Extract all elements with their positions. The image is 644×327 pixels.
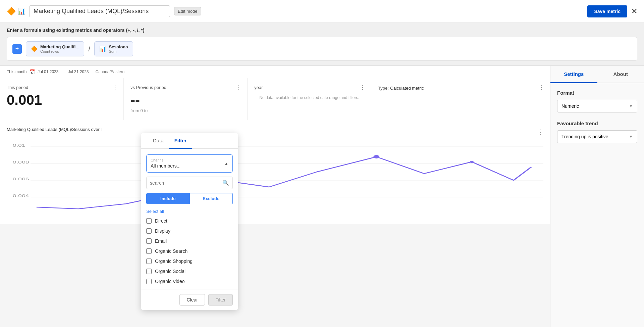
svg-text:0.004: 0.004 [13, 194, 29, 198]
chart-svg: 0.01 0.008 0.006 0.004 [7, 137, 543, 217]
formula-label: Enter a formula using existing metrics a… [7, 28, 637, 33]
type-more[interactable]: ⋮ [538, 84, 544, 91]
this-period-card: This period 0.001 ⋮ [0, 78, 124, 120]
checkbox-organic-video[interactable] [146, 279, 152, 284]
year-more[interactable]: ⋮ [360, 84, 366, 91]
this-period-more[interactable]: ⋮ [112, 84, 118, 91]
clear-button[interactable]: Clear [179, 294, 205, 306]
filter-apply-button[interactable]: Filter [208, 294, 233, 306]
top-bar-right: Save metric ✕ [587, 5, 637, 17]
year-title: year [254, 85, 364, 90]
hubspot-icon: 🔶 [7, 7, 16, 16]
favourable-trend-arrow: ▼ [629, 134, 633, 139]
format-dropdown[interactable]: Numeric ▼ [557, 100, 637, 112]
channel-up-icon: ▲ [224, 161, 228, 166]
formula-operator: / [88, 45, 90, 53]
pill2-icon: 📊 [99, 46, 106, 52]
tab-about[interactable]: About [597, 66, 644, 83]
vs-previous-value: -- [130, 92, 240, 108]
item-label-organic-search: Organic Search [155, 248, 187, 254]
list-item[interactable]: Display [146, 226, 233, 236]
item-label-organic-social: Organic Social [155, 269, 185, 274]
checkbox-organic-shopping[interactable] [146, 259, 152, 264]
vs-previous-card: vs Previous period -- from 0 to ⋮ [124, 78, 248, 120]
format-value: Numeric [561, 103, 579, 109]
popup-tabs: Data Filter [141, 133, 238, 149]
date-range: This month 📅 Jul 01 2023 → Jul 31 2023 [7, 69, 89, 75]
list-item[interactable]: Organic Shopping [146, 256, 233, 266]
format-dropdown-arrow: ▼ [629, 104, 633, 108]
checkbox-direct[interactable] [146, 218, 152, 224]
year-card: year No data available for the selected … [248, 78, 371, 120]
item-label-organic-video: Organic Video [155, 279, 184, 284]
exclude-button[interactable]: Exclude [190, 193, 233, 204]
channel-value: All members... [151, 163, 180, 169]
add-metric-button[interactable]: + [12, 44, 22, 54]
format-section-title: Format [557, 90, 637, 96]
period-label: This month [7, 69, 26, 74]
metric-title-input[interactable] [29, 5, 170, 17]
list-item[interactable]: Email [146, 236, 233, 246]
date-bar: This month 📅 Jul 01 2023 → Jul 31 2023 C… [0, 66, 550, 78]
type-value: Calculated metric [390, 86, 424, 91]
checkbox-organic-social[interactable] [146, 269, 152, 274]
date-start: Jul 01 2023 [38, 69, 58, 74]
formula-bar: Enter a formula using existing metrics a… [0, 23, 644, 66]
top-bar-left: 🔶 📊 Edit mode [7, 5, 201, 17]
search-icon: 🔍 [222, 180, 229, 186]
favourable-trend-value: Trending up is positive [561, 134, 608, 139]
chart-more[interactable]: ⋮ [537, 128, 543, 136]
tab-settings[interactable]: Settings [550, 66, 597, 83]
include-button[interactable]: Include [146, 193, 190, 204]
vs-previous-more[interactable]: ⋮ [236, 84, 242, 91]
filter-popup-overlay: Data Filter Channel All members... ▲ 🔍 [141, 133, 238, 310]
select-all[interactable]: Select all [141, 207, 238, 216]
svg-text:0.006: 0.006 [13, 177, 29, 181]
svg-point-8 [373, 155, 379, 158]
tab-data[interactable]: Data [148, 133, 169, 149]
type-label: Type: [378, 86, 389, 91]
timezone-label: Canada/Eastern [95, 69, 124, 74]
search-input[interactable] [150, 180, 220, 186]
item-label-display: Display [155, 228, 170, 234]
checkbox-email[interactable] [146, 238, 152, 244]
popup-footer: Clear Filter [141, 289, 238, 310]
list-item[interactable]: Organic Social [146, 266, 233, 276]
hubspot-logo: 🔶 📊 [7, 7, 25, 16]
favourable-trend-dropdown[interactable]: Trending up is positive ▼ [557, 130, 637, 143]
svg-text:0.008: 0.008 [13, 160, 29, 164]
main-content: This month 📅 Jul 01 2023 → Jul 31 2023 C… [0, 66, 644, 327]
edit-mode-badge: Edit mode [174, 7, 201, 15]
year-no-data: No data available for the selected date … [254, 92, 364, 103]
filter-popup: Data Filter Channel All members... ▲ 🔍 [141, 133, 238, 310]
metric-pill-1[interactable]: 🔶 Marketing Qualifi... Count rows [26, 41, 84, 56]
save-metric-button[interactable]: Save metric [587, 5, 627, 17]
date-end: Jul 31 2023 [68, 69, 89, 74]
checkbox-organic-search[interactable] [146, 248, 152, 254]
metric-pill-2[interactable]: 📊 Sessions Sum [94, 41, 133, 56]
svg-point-9 [470, 161, 474, 163]
formula-pills: + 🔶 Marketing Qualifi... Count rows / 📊 … [7, 37, 637, 61]
checkbox-list: Direct Display Email Organic Search [141, 216, 238, 286]
right-panel: Settings About Format Numeric ▼ Favourab… [550, 66, 644, 327]
pill1-icon: 🔶 [31, 46, 38, 52]
svg-text:0.01: 0.01 [13, 143, 25, 147]
search-box: 🔍 [146, 177, 233, 189]
item-label-email: Email [155, 238, 167, 244]
channel-select[interactable]: Channel All members... ▲ [146, 154, 233, 173]
type-card: Type: Calculated metric ⋮ [371, 78, 550, 120]
chart-area: Marketing Qualified Leads (MQL)/Sessions… [0, 120, 550, 224]
tab-filter[interactable]: Filter [169, 133, 192, 149]
vs-previous-title: vs Previous period [130, 85, 240, 90]
top-bar: 🔶 📊 Edit mode Save metric ✕ [0, 0, 644, 23]
pill1-sub: Count rows [40, 49, 79, 53]
calendar-icon: 📅 [29, 69, 35, 75]
list-item[interactable]: Direct [146, 216, 233, 226]
list-item[interactable]: Organic Search [146, 246, 233, 256]
chart-title: Marketing Qualified Leads (MQL)/Sessions… [7, 127, 103, 132]
checkbox-display[interactable] [146, 228, 152, 234]
list-item[interactable]: Organic Video [146, 276, 233, 286]
close-button[interactable]: ✕ [631, 7, 637, 16]
this-period-value: 0.001 [7, 92, 117, 108]
left-panel: This month 📅 Jul 01 2023 → Jul 31 2023 C… [0, 66, 550, 327]
